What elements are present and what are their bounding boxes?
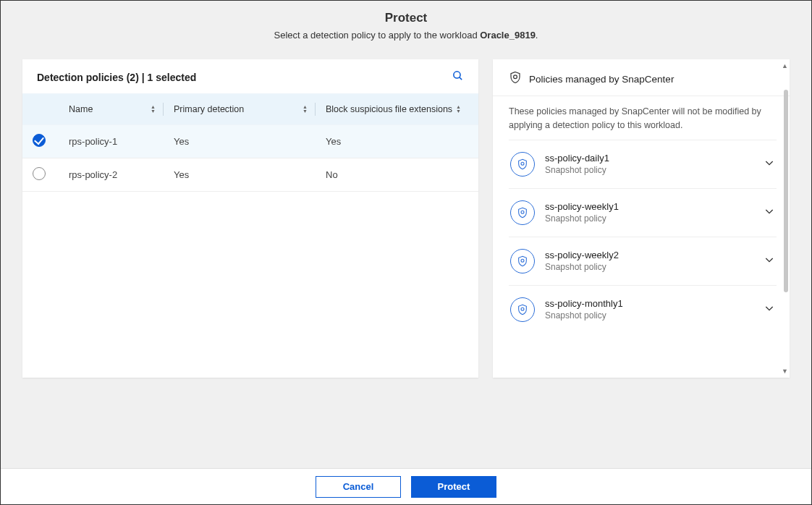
svg-point-0 (454, 72, 460, 78)
shield-icon (510, 249, 535, 273)
managed-policies-panel: Policies managed by SnapCenter These pol… (493, 59, 790, 378)
managed-policy-item[interactable]: ss-policy-daily1 Snapshot policy (509, 140, 777, 188)
svg-point-2 (514, 75, 517, 79)
managed-policy-item[interactable]: ss-policy-weekly2 Snapshot policy (509, 237, 777, 285)
row-radio-cell (33, 167, 69, 182)
shield-icon (510, 297, 535, 322)
col-primary-label: Primary detection (174, 104, 244, 114)
sort-icon: ▲▼ (151, 105, 156, 114)
row-radio[interactable] (33, 134, 46, 147)
cell-primary: Yes (174, 136, 315, 147)
table-header-row: Name ▲▼ Primary detection ▲▼ Block suspi… (22, 93, 478, 125)
svg-point-5 (521, 259, 524, 262)
cell-primary: Yes (174, 169, 315, 180)
col-name-label: Name (69, 104, 93, 114)
managed-policy-item[interactable]: ss-policy-weekly1 Snapshot policy (509, 188, 777, 237)
cell-block: No (326, 169, 468, 180)
search-icon[interactable] (452, 69, 464, 85)
subtitle-prefix: Select a detection policy to apply to th… (274, 30, 481, 41)
policy-name: ss-policy-weekly1 (545, 201, 753, 212)
sort-icon: ▲▼ (303, 105, 308, 114)
policy-text: ss-policy-weekly2 Snapshot policy (545, 250, 753, 272)
scroll-down-icon[interactable]: ▼ (782, 368, 789, 375)
shield-icon (509, 71, 522, 87)
chevron-down-icon[interactable] (764, 254, 775, 268)
policy-subtext: Snapshot policy (545, 262, 753, 272)
policy-name: ss-policy-weekly2 (545, 250, 753, 260)
table-row[interactable]: rps-policy-2 Yes No (22, 158, 478, 192)
policy-subtext: Snapshot policy (545, 165, 753, 175)
col-header-name[interactable]: Name ▲▼ (69, 104, 163, 114)
sort-icon: ▲▼ (456, 105, 461, 114)
detection-policies-panel: Detection policies (2) | 1 selected Name… (22, 59, 478, 378)
scrollbar-thumb[interactable] (784, 90, 788, 292)
row-radio-cell (33, 134, 69, 149)
page-subtitle: Select a detection policy to apply to th… (1, 30, 811, 41)
content-area: Detection policies (2) | 1 selected Name… (1, 46, 811, 378)
svg-point-3 (521, 162, 524, 165)
policy-text: ss-policy-monthly1 Snapshot policy (545, 298, 753, 321)
policy-subtext: Snapshot policy (545, 213, 753, 224)
cell-block: Yes (326, 136, 468, 147)
col-block-label: Block suspicious file extensions (326, 104, 452, 114)
row-radio[interactable] (33, 167, 46, 180)
col-header-block[interactable]: Block suspicious file extensions ▲▼ (326, 104, 468, 114)
chevron-down-icon[interactable] (764, 205, 775, 220)
subtitle-suffix: . (536, 30, 538, 41)
svg-point-4 (521, 211, 524, 213)
detection-panel-header: Detection policies (2) | 1 selected (22, 59, 478, 93)
managed-info-text: These policies managed by SnapCenter wil… (509, 105, 777, 132)
page-header: Protect Select a detection policy to app… (1, 1, 811, 46)
table-row[interactable]: rps-policy-1 Yes Yes (22, 125, 478, 158)
managed-policy-item[interactable]: ss-policy-monthly1 Snapshot policy (509, 285, 777, 334)
col-divider (163, 103, 164, 116)
cell-name: rps-policy-2 (69, 169, 163, 180)
managed-panel-title: Policies managed by SnapCenter (529, 74, 674, 85)
policy-name: ss-policy-daily1 (545, 153, 753, 164)
scroll-up-icon[interactable]: ▲ (782, 62, 789, 69)
cell-name: rps-policy-1 (69, 136, 163, 147)
svg-line-1 (460, 77, 462, 80)
protect-button[interactable]: Protect (411, 476, 496, 498)
detection-panel-title: Detection policies (2) | 1 selected (37, 72, 196, 83)
svg-point-6 (521, 307, 524, 310)
page-title: Protect (1, 11, 811, 25)
shield-icon (510, 200, 535, 225)
shield-icon (510, 152, 535, 177)
footer-bar: Cancel Protect (1, 468, 811, 504)
managed-panel-body: These policies managed by SnapCenter wil… (493, 96, 790, 378)
chevron-down-icon[interactable] (764, 302, 775, 317)
managed-panel-header: Policies managed by SnapCenter (493, 59, 790, 96)
policy-name: ss-policy-monthly1 (545, 298, 753, 309)
policy-subtext: Snapshot policy (545, 310, 753, 321)
chevron-down-icon[interactable] (764, 157, 775, 171)
cancel-button[interactable]: Cancel (316, 476, 401, 498)
policy-text: ss-policy-daily1 Snapshot policy (545, 153, 753, 175)
col-divider (315, 103, 316, 116)
policy-text: ss-policy-weekly1 Snapshot policy (545, 201, 753, 224)
col-header-primary[interactable]: Primary detection ▲▼ (174, 104, 315, 114)
workload-name: Oracle_9819 (480, 30, 536, 41)
